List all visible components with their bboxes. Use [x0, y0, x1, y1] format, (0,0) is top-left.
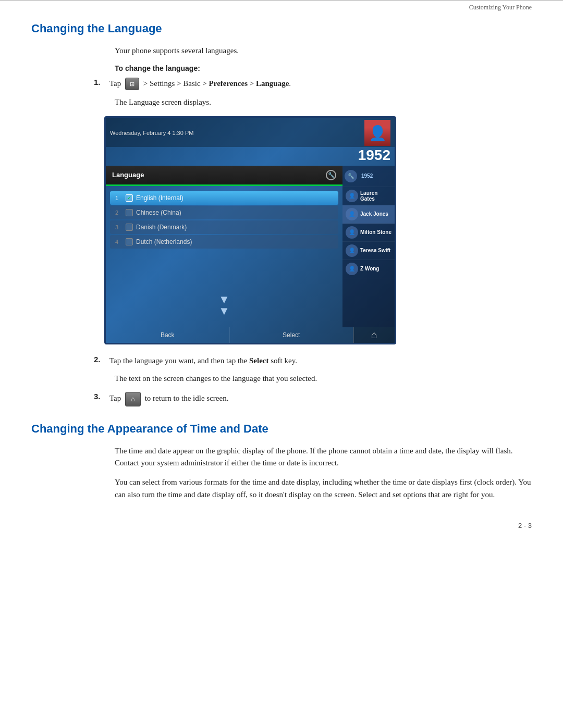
- section2-para2: You can select from various formats for …: [115, 476, 532, 501]
- step3-content: Tap ⌂ to return to the idle screen.: [109, 392, 532, 406]
- phone-speed-dial-panel: 🔧 1952 👤 Lauren Gates 👤 Jack Jones: [342, 166, 395, 327]
- lang-checkbox-dutch: [126, 238, 133, 245]
- lang-checkbox-danish: [126, 224, 133, 231]
- screen-caption: The Language screen displays.: [115, 96, 532, 108]
- ext-number: 1952: [361, 173, 373, 179]
- lang-indicator-icon: 🔧: [326, 170, 336, 180]
- scroll-down-icon[interactable]: ▼: [218, 305, 230, 317]
- preferences-keyword: Preferences: [209, 79, 248, 88]
- lang-checkbox-english: ✓: [126, 194, 133, 202]
- step1-text-before: Tap: [109, 79, 121, 88]
- lang-item-dutch[interactable]: 4 Dutch (Netherlands): [110, 235, 338, 249]
- z-wong-name: Z Wong: [360, 266, 379, 272]
- lang-item-english[interactable]: 1 ✓ English (Internal): [110, 191, 338, 205]
- jack-jones-icon: 👤: [346, 208, 358, 220]
- step1-number: 1.: [94, 78, 109, 87]
- phone-language-list: 1 ✓ English (Internal) 2 Chinese (China): [106, 186, 342, 283]
- speed-dial-milton-stone[interactable]: 👤 Milton Stone: [342, 224, 395, 242]
- ext-icon: 🔧: [345, 170, 357, 182]
- step2-content: Tap the language you want, and then tap …: [109, 355, 532, 367]
- lang-name-english: English (Internal): [136, 194, 183, 202]
- header-text: Customizing Your Phone: [469, 4, 532, 11]
- step2-caption: The text on the screen changes to the la…: [115, 373, 532, 385]
- lang-checkbox-chinese: [126, 209, 133, 216]
- page-number: 2 - 3: [518, 522, 532, 529]
- section1-title: Changing the Language: [31, 22, 532, 35]
- phone-screen-mockup: Wednesday, February 4 1:30 PM 1952 Langu…: [104, 116, 396, 344]
- phone-footer: Back Select: [106, 327, 353, 343]
- lauren-gates-icon: 👤: [346, 190, 358, 202]
- section1-subheading: To change the language:: [115, 64, 532, 72]
- lang-num-2: 2: [115, 209, 124, 216]
- phone-extension: 1952: [106, 147, 395, 166]
- lang-item-chinese[interactable]: 2 Chinese (China): [110, 206, 338, 219]
- speed-dial-z-wong[interactable]: 👤 Z Wong: [342, 260, 395, 278]
- milton-stone-name: Milton Stone: [360, 229, 391, 235]
- lang-label: Language: [112, 171, 144, 179]
- step2-number: 2.: [94, 355, 109, 364]
- speed-dial-ext: 🔧 1952: [342, 166, 395, 187]
- soft-key-back[interactable]: Back: [106, 327, 230, 343]
- speed-dial-lauren-gates[interactable]: 👤 Lauren Gates: [342, 187, 395, 205]
- step3-number: 3.: [94, 392, 109, 401]
- settings-button-icon[interactable]: ⊞: [125, 78, 139, 91]
- phone-datetime: Wednesday, February 4 1:30 PM: [110, 130, 193, 136]
- section2-para1: The time and date appear on the graphic …: [115, 445, 532, 470]
- section1-intro: Your phone supports several languages.: [115, 45, 532, 57]
- jack-jones-name: Jack Jones: [360, 211, 388, 217]
- phone-avatar: [364, 120, 390, 146]
- step3-text-before: Tap: [109, 394, 121, 403]
- teresa-swift-icon: 👤: [346, 244, 358, 257]
- speed-dial-teresa-swift[interactable]: 👤 Teresa Swift: [342, 242, 395, 260]
- teresa-swift-name: Teresa Swift: [360, 248, 390, 253]
- lang-name-danish: Danish (Denmark): [136, 224, 187, 231]
- select-keyword: Select: [249, 356, 268, 365]
- language-keyword: Language: [256, 79, 289, 88]
- lang-num-3: 3: [115, 224, 124, 230]
- lang-item-danish[interactable]: 3 Danish (Denmark): [110, 220, 338, 234]
- scroll-arrows[interactable]: ▼ ▼: [106, 283, 342, 327]
- lang-name-chinese: Chinese (China): [136, 209, 181, 216]
- section2-title: Changing the Appearance of Time and Date: [31, 422, 532, 436]
- lauren-gates-name: Lauren Gates: [360, 190, 391, 202]
- step3-text-after: to return to the idle screen.: [145, 394, 229, 403]
- soft-key-select[interactable]: Select: [230, 327, 353, 343]
- z-wong-icon: 👤: [346, 263, 358, 275]
- home-key-button[interactable]: ⌂: [353, 327, 395, 343]
- milton-stone-icon: 👤: [346, 226, 358, 239]
- step1-content: Tap ⊞ > Settings > Basic > Preferences >…: [109, 78, 532, 91]
- lang-name-dutch: Dutch (Netherlands): [136, 238, 192, 245]
- lang-num-1: 1: [115, 195, 124, 201]
- lang-num-4: 4: [115, 239, 124, 245]
- scroll-up-icon[interactable]: ▼: [218, 294, 230, 305]
- speed-dial-jack-jones[interactable]: 👤 Jack Jones: [342, 205, 395, 224]
- phone-language-panel: Language 🔧 1 ✓ English (Internal): [106, 166, 342, 327]
- home-button-icon[interactable]: ⌂: [125, 392, 141, 406]
